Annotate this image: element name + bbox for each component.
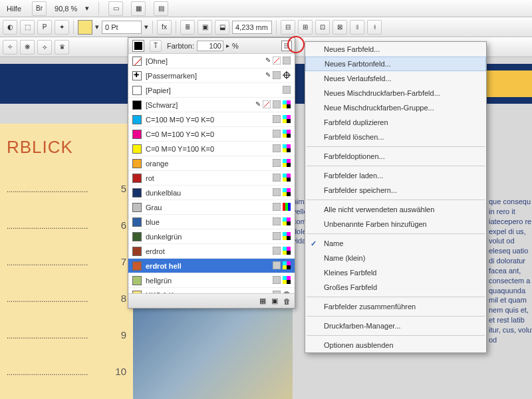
tool-b-icon[interactable]: ⬚ xyxy=(20,20,35,35)
swatch-row[interactable]: blue xyxy=(128,215,295,229)
align-3-icon[interactable]: ⊡ xyxy=(315,20,330,35)
swatch-row[interactable]: [Papier] xyxy=(128,83,295,98)
swatches-panel: T Farbton: ▸ % [Ohne]✎[Passermarken]✎[Pa… xyxy=(128,37,295,309)
menu-item[interactable]: Neues Mischdruckfarben-Farbfeld... xyxy=(305,86,486,100)
tool-d-icon[interactable]: ✧ xyxy=(3,40,17,55)
bridge-button[interactable]: Br xyxy=(32,1,47,16)
char-style-p-icon[interactable]: P xyxy=(37,20,52,35)
colorspace-icon xyxy=(283,261,291,271)
swatch-row[interactable]: C=0 M=0 Y=100 K=0 xyxy=(128,142,295,156)
menu-item[interactable]: Neues Farbfeld... xyxy=(305,42,486,57)
menu-item[interactable]: Farbfelder laden... xyxy=(305,168,486,183)
svg-rect-63 xyxy=(283,265,287,269)
screen-mode-icon[interactable]: ▭ xyxy=(108,1,123,16)
dimension-field[interactable]: 4,233 mm xyxy=(232,21,272,34)
swatch-row[interactable]: [Schwarz]✎ xyxy=(128,98,295,112)
swatch-row[interactable]: dunkelgrün xyxy=(128,229,295,244)
swatch-row[interactable]: HKS 1 K xyxy=(128,288,295,293)
wrap-c-icon[interactable]: ⬓ xyxy=(215,20,229,35)
trash-icon[interactable]: 🗑 xyxy=(283,297,291,305)
swatch-row[interactable]: erdrot hell xyxy=(128,259,295,273)
svg-rect-15 xyxy=(287,119,291,123)
swatch-row[interactable]: C=100 M=0 Y=0 K=0 xyxy=(128,112,295,127)
colorspace-icon xyxy=(283,71,291,80)
new-swatch-icon[interactable]: ▣ xyxy=(271,297,278,305)
swatch-row[interactable]: Grau xyxy=(128,200,295,215)
swatch-name: Grau xyxy=(146,203,269,211)
wrap-a-icon[interactable]: ≣ xyxy=(180,20,195,35)
swatch-row[interactable]: [Ohne]✎ xyxy=(128,54,295,68)
svg-rect-46 xyxy=(283,217,287,221)
swatch-row[interactable]: [Passermarken]✎ xyxy=(128,68,295,83)
swatch-chip xyxy=(132,57,142,66)
swatch-row[interactable]: hellgrün xyxy=(128,273,295,288)
menu-item[interactable]: Farbfeldoptionen... xyxy=(305,149,486,164)
menu-item[interactable]: Optionen ausblenden xyxy=(305,338,486,352)
color-mode-icon xyxy=(273,291,281,294)
tool-e-icon[interactable]: ❋ xyxy=(20,40,35,55)
menu-item[interactable]: Farbfelder speichern... xyxy=(305,183,486,198)
align-2-icon[interactable]: ⊞ xyxy=(298,20,313,35)
menu-item[interactable]: Kleines Farbfeld xyxy=(305,265,486,280)
fill-stroke-proxy-icon[interactable] xyxy=(132,40,144,52)
svg-rect-34 xyxy=(283,178,287,182)
menu-item[interactable]: Neues Farbtonfeld... xyxy=(305,57,486,71)
colorspace-icon xyxy=(283,291,291,294)
tool-c-icon[interactable]: ✦ xyxy=(55,20,69,35)
align-4-icon[interactable]: ⊠ xyxy=(332,20,347,35)
dist-1-icon[interactable]: ⫴ xyxy=(350,20,364,35)
text-fill-icon[interactable]: T xyxy=(150,40,162,52)
swatch-row[interactable]: dunkelblau xyxy=(128,186,295,200)
swatch-name: HKS 1 K xyxy=(146,291,269,294)
svg-rect-55 xyxy=(273,247,281,255)
align-1-icon[interactable]: ⊟ xyxy=(281,20,295,35)
colorspace-icon xyxy=(283,188,291,198)
panel-menu-icon[interactable] xyxy=(281,41,292,51)
colorspace-icon xyxy=(283,203,291,212)
menu-item[interactable]: Farbfeld löschen... xyxy=(305,130,486,144)
yellow-accent xyxy=(479,70,532,97)
menu-item[interactable]: Neue Mischdruckfarben-Gruppe... xyxy=(305,100,486,115)
workspace-icon[interactable]: ▤ xyxy=(154,1,168,16)
tint-input[interactable] xyxy=(197,41,223,51)
svg-rect-17 xyxy=(283,130,287,134)
menu-item[interactable]: Name (klein) xyxy=(305,251,486,265)
svg-rect-69 xyxy=(287,280,291,284)
colorspace-icon xyxy=(283,232,291,241)
swatch-row[interactable]: orange xyxy=(128,156,295,171)
swatch-chip xyxy=(132,203,142,212)
menu-item[interactable]: Druckfarben-Manager... xyxy=(305,319,486,333)
swatch-row[interactable]: erdrot xyxy=(128,244,295,259)
menu-item[interactable]: Alle nicht verwendeten auswählen xyxy=(305,202,486,217)
menu-help[interactable]: Hilfe xyxy=(4,3,24,14)
color-mode-icon xyxy=(273,159,281,168)
swatch-row[interactable]: rot xyxy=(128,171,295,186)
color-mode-icon xyxy=(273,174,281,183)
svg-rect-51 xyxy=(283,232,287,236)
dist-2-icon[interactable]: ⫲ xyxy=(367,20,382,35)
swatch-row[interactable]: C=0 M=100 Y=0 K=0 xyxy=(128,127,295,142)
zoom-level[interactable]: 90,8 % xyxy=(55,5,77,13)
svg-rect-54 xyxy=(287,236,291,240)
menu-item[interactable]: Großes Farbfeld xyxy=(305,280,486,295)
arrange-icon[interactable]: ▦ xyxy=(131,1,146,16)
menu-item[interactable]: Unbenannte Farben hinzufügen xyxy=(305,217,486,231)
svg-rect-32 xyxy=(283,174,287,178)
menu-item-label: Druckfarben-Manager... xyxy=(324,322,401,330)
tool-f-icon[interactable]: ⟡ xyxy=(37,40,52,55)
wrap-b-icon[interactable]: ▣ xyxy=(198,20,212,35)
tint-label: Farbton: xyxy=(167,42,194,50)
view-mode-icon[interactable]: ▦ xyxy=(259,297,266,305)
toc-row: ........................................… xyxy=(7,219,126,231)
menu-item[interactable]: Farbfeld duplizieren xyxy=(305,115,486,130)
fill-color-icon[interactable] xyxy=(78,20,92,35)
menu-item-label: Name (klein) xyxy=(324,254,365,262)
swatch-chip xyxy=(132,188,142,198)
menu-item[interactable]: ✓Name xyxy=(305,236,486,251)
menu-item[interactable]: Neues Verlaufsfeld... xyxy=(305,71,486,86)
tool-g-icon[interactable]: ♛ xyxy=(55,40,69,55)
pencil-icon: ✎ xyxy=(265,71,271,80)
stroke-weight-field[interactable]: 0 Pt xyxy=(102,21,142,34)
tool-a-icon[interactable]: ◐ xyxy=(3,20,17,35)
fx-icon[interactable]: fx xyxy=(157,20,172,35)
